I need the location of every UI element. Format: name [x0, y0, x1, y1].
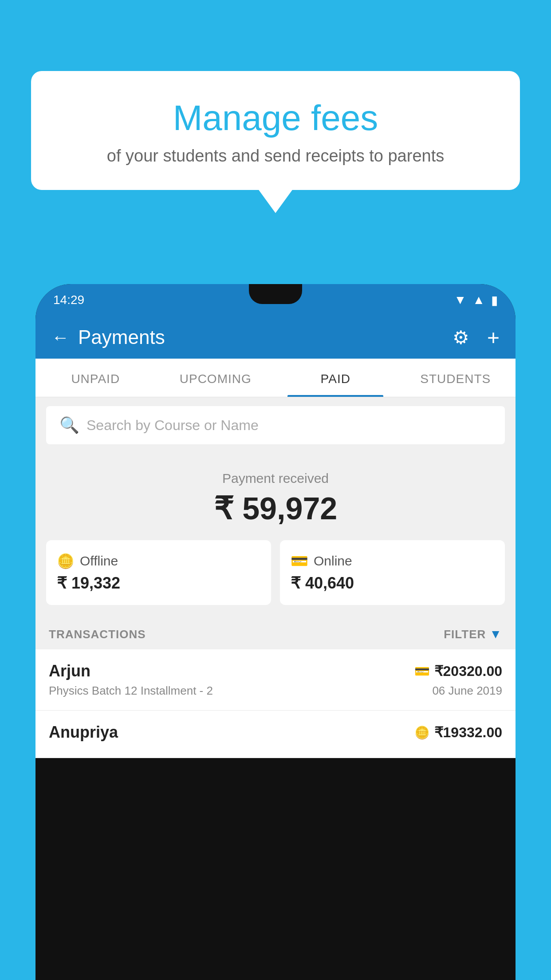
filter-button[interactable]: FILTER ▼: [444, 627, 502, 641]
offline-card: 🪙 Offline ₹ 19,332: [46, 540, 271, 605]
transaction-course: Physics Batch 12 Installment - 2: [49, 684, 213, 698]
transaction-name: Anupriya: [49, 723, 118, 742]
filter-label: FILTER: [444, 628, 486, 641]
filter-icon: ▼: [489, 627, 502, 641]
settings-button[interactable]: ⚙: [453, 327, 469, 348]
search-input[interactable]: Search by Course or Name: [87, 417, 259, 434]
offline-amount: ₹ 19,332: [57, 574, 260, 593]
online-label: Online: [314, 553, 352, 569]
transaction-amount: ₹20320.00: [434, 663, 502, 680]
search-bar[interactable]: 🔍 Search by Course or Name: [46, 406, 505, 444]
payment-received-section: Payment received ₹ 59,972: [35, 453, 516, 540]
bubble-title: Manage fees: [53, 98, 498, 138]
app-header: ← Payments ⚙ +: [35, 316, 516, 359]
transaction-item[interactable]: Arjun 💳 ₹20320.00 Physics Batch 12 Insta…: [35, 649, 516, 711]
tabs: UNPAID UPCOMING PAID STUDENTS: [35, 359, 516, 397]
notch: [249, 284, 302, 304]
online-icon: 💳: [291, 553, 308, 569]
signal-icon: ▲: [472, 293, 485, 307]
header-title: Payments: [78, 326, 444, 348]
bubble-subtitle: of your students and send receipts to pa…: [53, 146, 498, 166]
status-bar: 14:29 ▼ ▲ ▮: [35, 284, 516, 316]
tab-students[interactable]: STUDENTS: [396, 359, 516, 397]
online-card: 💳 Online ₹ 40,640: [280, 540, 505, 605]
battery-icon: ▮: [491, 293, 498, 308]
transaction-name: Arjun: [49, 662, 91, 680]
payment-cards: 🪙 Offline ₹ 19,332 💳 Online ₹ 40,640: [35, 540, 516, 618]
speech-bubble: Manage fees of your students and send re…: [31, 71, 520, 190]
status-time: 14:29: [53, 293, 84, 307]
payment-type-icon: 🪙: [414, 725, 430, 740]
main-content: 🔍 Search by Course or Name Payment recei…: [35, 397, 516, 758]
transaction-item[interactable]: Anupriya 🪙 ₹19332.00: [35, 711, 516, 758]
tab-paid[interactable]: PAID: [276, 359, 396, 397]
transactions-label: TRANSACTIONS: [49, 628, 146, 641]
status-icons: ▼ ▲ ▮: [454, 293, 498, 308]
add-button[interactable]: +: [487, 325, 500, 350]
back-button[interactable]: ←: [51, 328, 69, 348]
tab-unpaid[interactable]: UNPAID: [35, 359, 156, 397]
payment-received-amount: ₹ 59,972: [46, 490, 505, 527]
transaction-date: 06 June 2019: [432, 684, 502, 698]
phone-frame: 14:29 ▼ ▲ ▮ ← Payments ⚙ + UNPAID UPCOMI…: [35, 284, 516, 980]
wifi-icon: ▼: [454, 293, 467, 307]
payment-type-icon: 💳: [414, 664, 430, 679]
search-icon: 🔍: [59, 416, 79, 435]
online-amount: ₹ 40,640: [291, 574, 494, 593]
offline-icon: 🪙: [57, 553, 75, 569]
offline-label: Offline: [80, 553, 118, 569]
transaction-amount: ₹19332.00: [434, 724, 502, 741]
transactions-header: TRANSACTIONS FILTER ▼: [35, 618, 516, 649]
payment-received-label: Payment received: [46, 471, 505, 486]
tab-upcoming[interactable]: UPCOMING: [156, 359, 276, 397]
